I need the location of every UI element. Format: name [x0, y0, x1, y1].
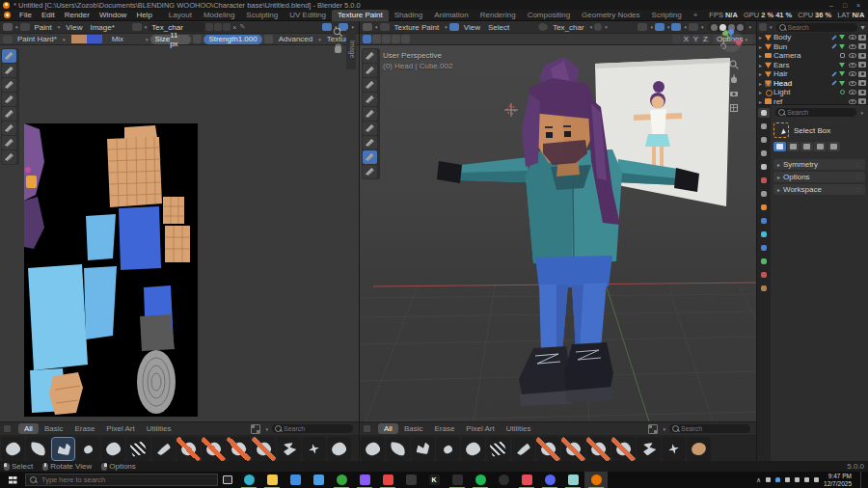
collection[interactable] — [758, 189, 770, 199]
viewport-scene[interactable] — [360, 45, 757, 421]
texture-slot-2-icon[interactable] — [372, 35, 381, 43]
brush-thumbnail[interactable] — [411, 437, 435, 461]
view-menu[interactable]: View — [62, 23, 86, 32]
xray-icon[interactable] — [689, 23, 698, 31]
brush-thumbnail[interactable] — [561, 437, 585, 461]
workspace-tab[interactable]: Geometry Nodes — [576, 10, 645, 21]
disable-render-icon[interactable] — [858, 62, 866, 68]
soften[interactable] — [2, 64, 16, 77]
outliner-item[interactable]: ▸ Head — [757, 79, 868, 89]
select-box[interactable] — [363, 150, 377, 164]
brush-thumbnail[interactable] — [151, 437, 176, 461]
mirror-axis-button[interactable]: Z — [701, 35, 710, 43]
maps[interactable] — [330, 472, 353, 488]
world[interactable] — [758, 176, 770, 185]
collapsible-panel[interactable]: ▸ Options ∷ — [773, 172, 865, 182]
gradient[interactable] — [363, 122, 377, 135]
draw[interactable] — [2, 49, 16, 63]
taskbar-search[interactable] — [25, 474, 218, 486]
outliner-item[interactable]: ▸ Body — [757, 33, 868, 42]
hide-viewport-icon[interactable] — [849, 71, 856, 76]
outliner-item[interactable]: ▸ Camera — [757, 51, 868, 61]
workspace-tab[interactable]: UV Editing — [284, 10, 332, 21]
image-menu[interactable]: Image* — [86, 23, 118, 32]
select-mode-intersect-icon[interactable] — [827, 142, 840, 151]
select-menu[interactable]: Select — [484, 23, 513, 32]
display-mode-icon[interactable] — [648, 424, 658, 434]
shading-rendered-icon[interactable] — [737, 24, 744, 31]
texture-slot-4-icon[interactable] — [392, 35, 400, 43]
shelf-tab[interactable]: Basic — [39, 423, 69, 434]
texture-slot-3-icon[interactable] — [382, 35, 391, 43]
voicemod[interactable] — [376, 472, 399, 488]
material[interactable] — [758, 270, 770, 280]
brush-thumbnail[interactable] — [302, 437, 326, 461]
brush-falloff-icon[interactable] — [594, 23, 602, 31]
brush-thumbnail[interactable] — [126, 437, 150, 461]
data[interactable] — [758, 257, 770, 266]
maximize-button[interactable]: □ — [838, 1, 852, 10]
strength-slider[interactable]: Strength1.000 — [203, 35, 261, 44]
brush-thumbnail[interactable] — [327, 437, 351, 461]
display-mode-icon[interactable] — [251, 424, 260, 434]
brush-thumbnail[interactable] — [687, 437, 711, 461]
fill[interactable] — [363, 107, 377, 121]
gizmo-icon[interactable] — [655, 23, 665, 31]
workspace-tab[interactable]: Scripting — [646, 10, 688, 21]
brush-thumbnail[interactable] — [637, 437, 661, 461]
show-desktop-button[interactable] — [860, 472, 865, 488]
outliner-item[interactable]: ▸ Ears — [757, 61, 868, 70]
annotate-icon[interactable] — [637, 23, 647, 31]
overlays-icon[interactable] — [671, 23, 681, 31]
pin-icon[interactable]: ✎ — [239, 23, 245, 31]
view-menu[interactable]: View — [460, 23, 484, 32]
pan-gizmo-icon[interactable] — [333, 43, 343, 54]
workspace-tab[interactable]: Modeling — [198, 10, 240, 21]
clone[interactable] — [2, 93, 16, 106]
hide-viewport-icon[interactable] — [849, 99, 856, 104]
tray-onedrive[interactable] — [775, 476, 780, 484]
brush-thumbnail[interactable] — [227, 437, 251, 461]
red-app[interactable] — [515, 472, 538, 488]
shelf-tab[interactable]: Pixel Art — [460, 423, 500, 434]
sidebar-tab-image[interactable]: Image — [346, 29, 356, 69]
brush-thumbnail[interactable] — [511, 437, 535, 461]
draw[interactable] — [363, 49, 377, 63]
dim-app[interactable] — [399, 472, 422, 488]
file-explorer[interactable] — [260, 472, 284, 488]
brush-name[interactable]: Paint Hard* — [14, 35, 61, 43]
move-view-icon[interactable] — [729, 74, 739, 84]
outliner-item[interactable]: ▸ Hair — [757, 69, 868, 79]
editor-type-icon[interactable] — [759, 23, 767, 31]
disable-render-icon[interactable] — [858, 43, 866, 49]
taskbar-clock[interactable]: 9:47 PM 12/7/2025 — [824, 473, 852, 487]
brush-thumbnail[interactable] — [586, 437, 610, 461]
annotate[interactable] — [2, 150, 16, 164]
shading-wireframe-icon[interactable] — [711, 24, 718, 31]
workspace-tab[interactable]: Sculpting — [240, 10, 284, 21]
paint-mode-dropdown[interactable]: Paint — [31, 23, 56, 32]
tray-mic[interactable] — [785, 476, 790, 484]
image-new-icon[interactable] — [205, 23, 213, 31]
outliner-item[interactable]: ▸ Light — [757, 88, 868, 97]
particles[interactable] — [758, 230, 770, 239]
krita[interactable]: K — [422, 472, 446, 488]
select-mode-new-icon[interactable] — [773, 142, 786, 151]
collapsible-panel[interactable]: ▸ Workspace ∷ — [773, 184, 865, 195]
menu-item[interactable]: Edit — [37, 11, 60, 19]
outliner-item[interactable]: ▸ ref — [757, 97, 868, 106]
photos[interactable] — [446, 472, 469, 488]
brush-thumbnail[interactable] — [662, 437, 686, 461]
physics[interactable] — [758, 243, 770, 253]
clone[interactable] — [363, 93, 377, 106]
brush-thumbnail[interactable] — [536, 437, 560, 461]
tray-chevron[interactable]: ∧ — [756, 476, 761, 484]
object[interactable] — [758, 203, 770, 212]
disable-render-icon[interactable] — [858, 90, 866, 95]
annotate[interactable] — [363, 165, 377, 178]
shelf-tab[interactable]: Pixel Art — [100, 423, 140, 434]
shelf-options-icon[interactable] — [364, 425, 370, 432]
shelf-tab[interactable]: Erase — [428, 423, 460, 434]
camera-view-icon[interactable] — [729, 89, 739, 98]
workspace-tab[interactable]: Texture Paint — [332, 10, 389, 21]
